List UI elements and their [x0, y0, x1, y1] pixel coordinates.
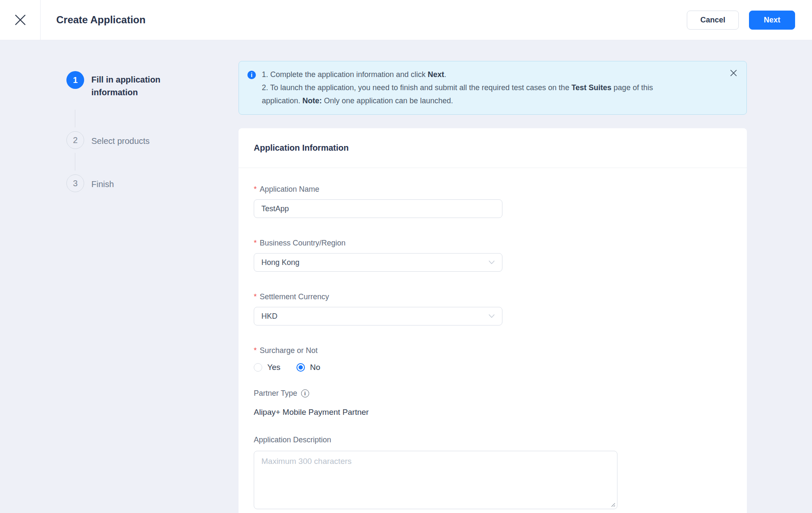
chevron-down-icon: [488, 260, 495, 265]
required-asterisk: *: [254, 345, 257, 356]
application-description-label: Application Description: [254, 435, 732, 445]
step-3-circle: 3: [66, 174, 84, 192]
resize-grip-icon: [610, 502, 615, 507]
required-asterisk: *: [254, 238, 257, 248]
chevron-down-icon: [488, 314, 495, 318]
surcharge-label: * Surcharge or Not: [254, 345, 732, 356]
step-3-label: Finish: [91, 174, 114, 192]
required-asterisk: *: [254, 184, 257, 194]
card-body: * Application Name * Business Country/Re…: [239, 168, 747, 513]
surcharge-radio-group: Yes No: [254, 363, 732, 372]
info-outline-icon[interactable]: i: [301, 389, 309, 397]
settlement-currency-label: * Settlement Currency: [254, 292, 732, 302]
application-name-label: * Application Name: [254, 184, 732, 194]
application-name-input[interactable]: [254, 199, 502, 218]
application-description-textarea[interactable]: [254, 451, 617, 509]
radio-unchecked-icon: [254, 363, 262, 372]
page-content: 1 Fill in application information 2 Sele…: [0, 40, 812, 513]
partner-type-value: Alipay+ Mobile Payment Partner: [254, 408, 732, 417]
close-icon: [14, 14, 27, 26]
banner-line-2: 2. To launch the application, you need t…: [262, 81, 689, 108]
banner-line-1: 1. Complete the application information …: [262, 68, 689, 81]
business-country-value: Hong Kong: [261, 258, 299, 267]
business-country-label: * Business Country/Region: [254, 238, 732, 248]
step-connector: [75, 110, 75, 127]
page-title: Create Application: [56, 14, 145, 26]
resize-handle[interactable]: [610, 502, 615, 507]
next-button[interactable]: Next: [749, 11, 795, 30]
partner-type-label-row: Partner Type i: [254, 389, 732, 398]
radio-checked-icon: [296, 363, 305, 372]
required-asterisk: *: [254, 292, 257, 302]
step-1-label: Fill in application information: [91, 71, 191, 99]
card-section-title: Application Information: [239, 128, 747, 168]
step-connector: [75, 153, 75, 171]
field-application-name: * Application Name: [254, 184, 732, 218]
field-business-country: * Business Country/Region Hong Kong: [254, 238, 732, 272]
step-2-label: Select products: [91, 131, 150, 149]
field-surcharge: * Surcharge or Not Yes No: [254, 345, 732, 372]
application-information-card: Application Information * Application Na…: [239, 128, 747, 513]
business-country-select[interactable]: Hong Kong: [254, 253, 502, 272]
main-column: i 1. Complete the application informatio…: [239, 40, 747, 513]
info-banner: i 1. Complete the application informatio…: [239, 61, 747, 115]
surcharge-radio-yes[interactable]: Yes: [254, 363, 280, 372]
header-actions: Cancel Next: [687, 11, 795, 30]
settlement-currency-value: HKD: [261, 312, 277, 321]
info-filled-icon: i: [247, 71, 256, 79]
settlement-currency-select[interactable]: HKD: [254, 307, 502, 325]
header-bar: Create Application Cancel Next: [0, 0, 812, 40]
close-button[interactable]: [0, 0, 41, 40]
step-1-circle: 1: [66, 71, 84, 89]
description-textarea-wrap: [254, 451, 617, 509]
stepper: 1 Fill in application information 2 Sele…: [0, 40, 239, 513]
field-application-description: Application Description: [254, 435, 732, 509]
cancel-button[interactable]: Cancel: [687, 11, 739, 30]
info-banner-text: 1. Complete the application information …: [262, 68, 689, 108]
field-settlement-currency: * Settlement Currency HKD: [254, 292, 732, 325]
surcharge-radio-no[interactable]: No: [296, 363, 320, 372]
step-2-circle: 2: [66, 131, 84, 149]
banner-close-button[interactable]: [730, 69, 737, 77]
banner-close-icon: [730, 69, 737, 77]
stepper-step-1[interactable]: 1 Fill in application information: [66, 71, 239, 99]
stepper-step-3[interactable]: 3 Finish: [66, 174, 239, 192]
field-partner-type: Partner Type i Alipay+ Mobile Payment Pa…: [254, 389, 732, 417]
stepper-step-2[interactable]: 2 Select products: [66, 131, 239, 149]
partner-type-label: Partner Type: [254, 389, 297, 398]
